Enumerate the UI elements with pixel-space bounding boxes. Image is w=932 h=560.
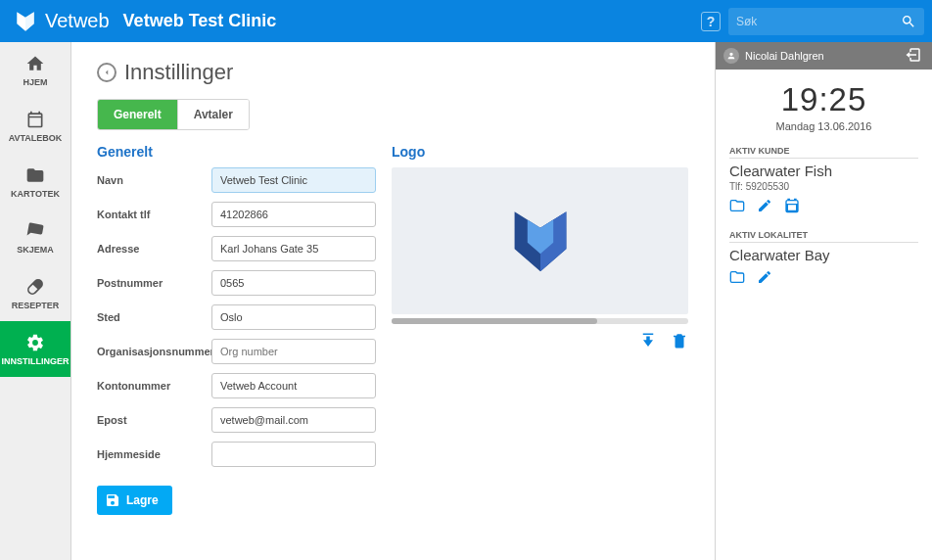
brand-name: Vetweb (45, 10, 110, 32)
label-account: Kontonummer (97, 380, 211, 392)
section-logo-title: Logo (392, 144, 688, 160)
logo-preview (392, 167, 688, 314)
active-customer-section: AKTIV KUNDE Clearwater Fish Tlf: 5920553… (716, 138, 932, 216)
tab-general[interactable]: Generelt (98, 100, 178, 129)
row-name: Navn (97, 167, 376, 193)
clock-time: 19:25 (716, 81, 932, 118)
input-city[interactable] (211, 304, 376, 330)
input-postal[interactable] (211, 270, 376, 296)
row-phone: Kontakt tlf (97, 202, 376, 227)
pencil-icon (757, 269, 772, 285)
download-logo-button[interactable] (639, 332, 657, 352)
input-address[interactable] (211, 236, 376, 261)
active-location-label: AKTIV LOKALITET (729, 230, 918, 243)
header: Vetweb Vetweb Test Clinic ? (0, 0, 932, 42)
trash-icon (671, 332, 688, 350)
pill-icon (25, 277, 45, 297)
input-name[interactable] (211, 167, 376, 193)
label-name: Navn (97, 174, 211, 186)
sidebar-label: KARTOTEK (11, 189, 60, 199)
chevron-left-icon (102, 68, 112, 77)
sidebar-item-files[interactable]: KARTOTEK (0, 154, 70, 210)
pencil-icon (757, 198, 772, 213)
location-edit-button[interactable] (757, 269, 772, 288)
save-button[interactable]: Lagre (97, 486, 172, 515)
label-city: Sted (97, 311, 211, 323)
active-customer-name: Clearwater Fish (729, 163, 918, 179)
help-button[interactable]: ? (701, 12, 721, 31)
customer-calendar-button[interactable] (784, 198, 800, 216)
folder-icon (729, 198, 745, 213)
save-button-label: Lagre (126, 493, 159, 507)
sidebar-item-prescriptions[interactable]: RESEPTER (0, 265, 70, 321)
sidebar-label: HJEM (23, 77, 47, 87)
user-bar: Nicolai Dahlgren (716, 42, 932, 70)
label-address: Adresse (97, 243, 211, 255)
label-phone: Kontakt tlf (97, 209, 211, 220)
input-phone[interactable] (211, 202, 376, 227)
input-email[interactable] (211, 407, 376, 433)
home-icon (25, 54, 45, 73)
row-website: Hjemmeside (97, 442, 376, 467)
gear-icon (25, 333, 45, 352)
calendar-icon (784, 198, 800, 213)
clock-date: Mandag 13.06.2016 (716, 120, 932, 132)
sidebar-label: AVTALEBOK (9, 133, 63, 143)
download-icon (639, 332, 657, 350)
brand-logo-icon (14, 10, 37, 33)
sidebar-label: INNSTILLINGER (2, 356, 70, 366)
logo-image-icon (508, 205, 573, 277)
active-customer-phone: Tlf: 59205530 (729, 181, 918, 192)
location-actions (729, 269, 918, 288)
label-postal: Postnummer (97, 277, 211, 289)
clinic-title: Vetweb Test Clinic (123, 11, 277, 31)
logo-actions (392, 332, 688, 352)
note-icon (25, 221, 45, 241)
logo-scrollbar[interactable] (392, 318, 688, 324)
active-location-section: AKTIV LOKALITET Clearwater Bay (716, 222, 932, 288)
row-postal: Postnummer (97, 270, 376, 296)
section-general-title: Generelt (97, 144, 376, 160)
customer-edit-button[interactable] (757, 198, 772, 216)
active-customer-label: AKTIV KUNDE (729, 146, 918, 159)
page-title-row: Innstillinger (97, 60, 688, 85)
customer-open-button[interactable] (729, 198, 745, 216)
save-icon (105, 492, 120, 508)
page-title: Innstillinger (124, 60, 233, 85)
input-orgno[interactable] (211, 339, 376, 364)
label-email: Epost (97, 414, 211, 426)
tabs: Generelt Avtaler (97, 99, 250, 130)
search-icon (901, 14, 916, 29)
search-input[interactable] (736, 15, 901, 28)
signout-button[interactable] (905, 46, 924, 66)
sidebar-item-settings[interactable]: INNSTILLINGER (0, 321, 70, 377)
back-button[interactable] (97, 63, 116, 82)
input-account[interactable] (211, 373, 376, 398)
customer-actions (729, 198, 918, 216)
label-orgno: Organisasjonsnummer (97, 346, 211, 357)
delete-logo-button[interactable] (671, 332, 688, 352)
sidebar-item-forms[interactable]: SKJEMA (0, 210, 70, 265)
sidebar: HJEM AVTALEBOK KARTOTEK SKJEMA RESEPTER … (0, 42, 71, 560)
folder-icon (729, 269, 745, 285)
sidebar-label: SKJEMA (17, 245, 54, 255)
label-website: Hjemmeside (97, 448, 211, 460)
logo-scrollbar-thumb[interactable] (392, 318, 597, 324)
right-panel: Nicolai Dahlgren 19:25 Mandag 13.06.2016… (715, 42, 932, 560)
clock: 19:25 Mandag 13.06.2016 (716, 70, 932, 138)
row-orgno: Organisasjonsnummer (97, 339, 376, 364)
input-website[interactable] (211, 442, 376, 467)
row-email: Epost (97, 407, 376, 433)
tab-appointments[interactable]: Avtaler (178, 100, 249, 129)
active-location-name: Clearwater Bay (729, 247, 918, 263)
signout-icon (905, 46, 922, 64)
sidebar-item-calendar[interactable]: AVTALEBOK (0, 98, 70, 154)
user-name: Nicolai Dahlgren (745, 50, 824, 62)
row-city: Sted (97, 304, 376, 330)
sidebar-item-home[interactable]: HJEM (0, 42, 70, 98)
sidebar-label: RESEPTER (12, 301, 60, 310)
search-box[interactable] (728, 8, 924, 35)
row-address: Adresse (97, 236, 376, 261)
location-open-button[interactable] (729, 269, 745, 288)
avatar-icon (723, 48, 739, 64)
